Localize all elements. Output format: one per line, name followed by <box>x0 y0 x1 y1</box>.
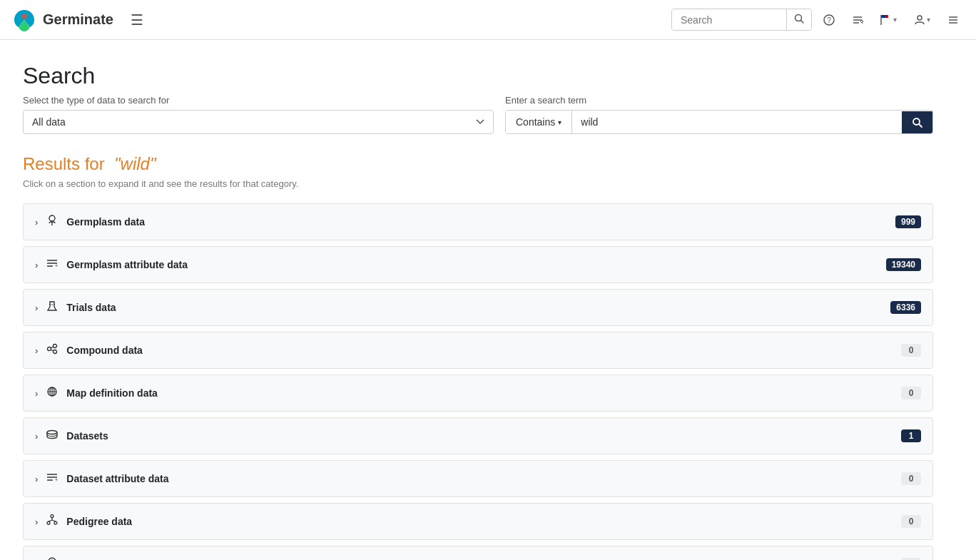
results-subtext: Click on a section to expand it and see … <box>23 178 933 189</box>
accordion-badge-compound: 0 <box>901 344 921 357</box>
accordion-title-germplasm: Germplasm data <box>66 216 888 228</box>
accordion-item-map-def: › Map definition data 0 <box>23 375 933 412</box>
trials-icon <box>45 300 59 315</box>
flag-button[interactable]: ▾ <box>875 10 903 30</box>
accordion-header-germplasm[interactable]: › Germplasm data 999 <box>24 204 932 240</box>
search-term-group: Enter a search term Contains ▾ <box>505 95 933 134</box>
pedigree-icon <box>45 514 59 529</box>
search-controls: Select the type of data to search for Al… <box>23 95 933 134</box>
accordion-item-dataset-attr: › + Dataset attribute data 0 <box>23 460 933 497</box>
contains-button[interactable]: Contains ▾ <box>506 111 572 133</box>
chevron-right-icon: › <box>35 217 38 228</box>
accordion-list: › Germplasm data 999 › + Germplasm attri… <box>23 203 933 560</box>
chevron-right-icon: › <box>35 516 38 527</box>
navbar-search <box>671 9 812 31</box>
tools-button[interactable] <box>846 10 869 30</box>
accordion-header-datasets[interactable]: › Datasets 1 <box>24 418 932 454</box>
results-query: "wild" <box>114 154 156 173</box>
accordion-header-compound[interactable]: › Compound data 0 <box>24 332 932 368</box>
menu-button[interactable] <box>942 10 965 30</box>
search-term-input[interactable] <box>572 111 902 133</box>
accordion-badge-trials: 6336 <box>890 301 921 314</box>
more-menu-icon <box>947 14 959 26</box>
accordion-item-compound: › Compound data 0 <box>23 332 933 369</box>
accordion-title-compound: Compound data <box>66 345 894 356</box>
accordion-header-location[interactable]: › Location data 0 <box>24 546 932 560</box>
accordion-badge-datasets: 1 <box>901 429 921 442</box>
accordion-badge-germplasm: 999 <box>895 215 921 228</box>
data-type-group: Select the type of data to search for Al… <box>23 95 494 134</box>
help-icon: ? <box>823 14 835 26</box>
chevron-right-icon: › <box>35 431 38 442</box>
accordion-header-dataset-attr[interactable]: › + Dataset attribute data 0 <box>24 461 932 497</box>
contains-label: Contains <box>516 116 555 128</box>
accordion-header-trials[interactable]: › Trials data 6336 <box>24 290 932 325</box>
svg-point-27 <box>54 350 57 354</box>
accordion-badge-pedigree: 0 <box>901 515 921 528</box>
svg-line-2 <box>801 21 804 24</box>
main-content: Search Select the type of data to search… <box>0 40 956 560</box>
chevron-right-icon: › <box>35 388 38 399</box>
accordion-title-trials: Trials data <box>66 302 883 313</box>
germinate-logo-icon <box>11 7 37 33</box>
accordion-item-pedigree: › Pedigree data 0 <box>23 503 933 540</box>
accordion-item-germplasm: › Germplasm data 999 <box>23 203 933 240</box>
svg-text:+: + <box>55 477 58 482</box>
navbar-search-button[interactable] <box>786 9 811 30</box>
svg-line-17 <box>919 124 922 127</box>
results-heading: Results for "wild" <box>23 154 933 174</box>
accordion-badge-map-def: 0 <box>901 387 921 399</box>
accordion-title-map-def: Map definition data <box>66 387 894 399</box>
help-button[interactable]: ? <box>818 10 840 30</box>
svg-line-44 <box>52 520 56 521</box>
accordion-header-germplasm-attr[interactable]: › + Germplasm attribute data 19340 <box>24 247 932 282</box>
brand-logo[interactable]: Germinate <box>11 7 113 33</box>
navbar-search-input[interactable] <box>672 10 786 30</box>
user-icon <box>914 14 925 26</box>
germplasm-attr-icon: + <box>45 257 59 273</box>
data-type-select[interactable]: All data Germplasm data Germplasm attrib… <box>23 110 494 134</box>
navbar: Germinate ☰ ? <box>0 0 976 40</box>
search-term-label: Enter a search term <box>505 95 933 106</box>
results-prefix: Results for <box>23 154 105 173</box>
svg-line-28 <box>51 347 54 348</box>
svg-line-29 <box>51 350 54 351</box>
search-icon <box>794 14 804 24</box>
chevron-right-icon: › <box>35 260 38 270</box>
accordion-item-trials: › Trials data 6336 <box>23 289 933 326</box>
accordion-header-map-def[interactable]: › Map definition data 0 <box>24 375 932 411</box>
accordion-title-datasets: Datasets <box>66 430 894 442</box>
chevron-right-icon: › <box>35 474 38 484</box>
hamburger-icon[interactable]: ☰ <box>128 9 146 31</box>
svg-point-34 <box>47 431 57 434</box>
user-dropdown-arrow: ▾ <box>927 16 930 24</box>
flag-icon <box>880 14 892 26</box>
svg-text:+: + <box>55 263 58 268</box>
search-term-row: Contains ▾ <box>505 110 933 134</box>
search-go-button[interactable] <box>902 111 932 133</box>
svg-point-12 <box>917 16 922 20</box>
germplasm-icon <box>45 214 59 230</box>
location-icon <box>45 556 59 560</box>
accordion-title-dataset-attr: Dataset attribute data <box>66 473 894 484</box>
user-button[interactable]: ▾ <box>908 10 936 30</box>
accordion-badge-germplasm-attr: 19340 <box>886 258 921 271</box>
chevron-right-icon: › <box>35 345 38 356</box>
search-go-icon <box>912 117 922 128</box>
svg-point-41 <box>54 521 57 524</box>
tools-icon <box>852 14 863 26</box>
svg-point-26 <box>54 345 57 348</box>
svg-point-25 <box>48 347 51 351</box>
chevron-right-icon: › <box>35 302 38 313</box>
accordion-header-pedigree[interactable]: › Pedigree data 0 <box>24 504 932 539</box>
svg-line-43 <box>49 520 52 521</box>
svg-point-40 <box>47 521 50 524</box>
svg-point-18 <box>49 215 55 221</box>
brand-name: Germinate <box>43 11 113 28</box>
svg-rect-9 <box>885 15 888 18</box>
flag-dropdown-arrow: ▾ <box>893 16 897 24</box>
page-title: Search <box>23 63 933 89</box>
accordion-title-pedigree: Pedigree data <box>66 516 894 527</box>
datasets-icon <box>45 428 59 444</box>
accordion-item-location: › Location data 0 <box>23 546 933 560</box>
